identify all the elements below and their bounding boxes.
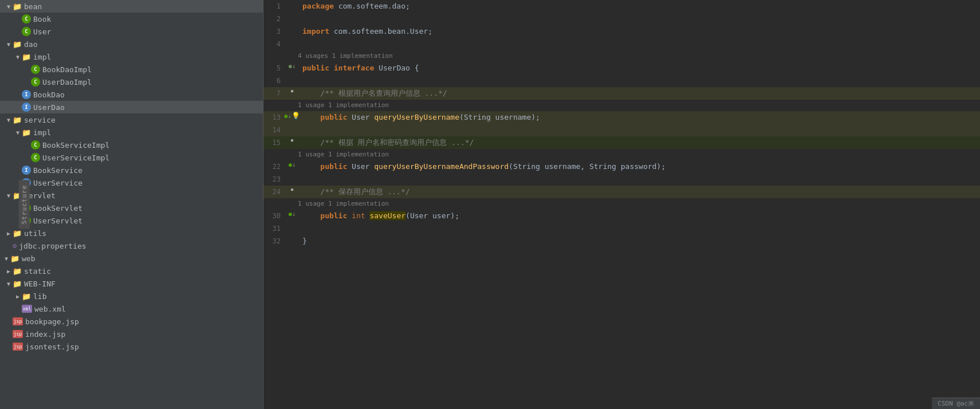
folder-icon: 📁	[13, 40, 22, 49]
xml-icon: xml	[22, 305, 32, 313]
tree-item-user[interactable]: ▼ C User	[0, 25, 263, 38]
line-number: 3	[263, 26, 286, 37]
statusbar-text: CSDN @ac米	[938, 400, 974, 407]
code-content-4	[298, 38, 980, 50]
tree-label: UserDaoImpl	[42, 78, 92, 86]
code-line-4: 4	[263, 38, 980, 50]
class-c-icon: C	[31, 153, 40, 162]
tree-item-jsontest-jsp[interactable]: ▼ jsp jsontest.jsp	[0, 340, 263, 353]
tree-item-userservlet[interactable]: ▼ C UserServlet	[0, 214, 263, 227]
tree-label: impl	[33, 53, 51, 61]
gutter-30: ● ↓	[286, 210, 298, 218]
arrow-down-icon: ↓	[292, 161, 296, 168]
tree-item-bean[interactable]: ▼ 📁 bean	[0, 0, 263, 13]
tree-item-webinf[interactable]: ▼ 📁 WEB-INF	[0, 277, 263, 290]
class-c-icon: C	[31, 140, 40, 150]
class-c-icon: C	[22, 27, 31, 36]
chevron-icon: ▼	[14, 53, 22, 61]
code-line-13: 13 ● ↓ 💡 public User queryUserByUsername…	[263, 111, 980, 124]
tree-label: bean	[24, 2, 42, 11]
tree-item-bookdaoimpl[interactable]: ▼ C BookDaoImpl	[0, 63, 263, 76]
chevron-icon: ▼	[5, 2, 13, 10]
code-content-5: public interface UserDao {	[298, 62, 980, 74]
chevron-icon: ▼	[14, 128, 22, 136]
jsp-icon: jsp	[13, 343, 23, 351]
line-number: 14	[263, 124, 286, 136]
tree-label: jsontest.jsp	[25, 343, 79, 351]
tree-item-utils[interactable]: ▶ 📁 utils	[0, 227, 263, 239]
tree-label: static	[24, 267, 51, 276]
line-number: 30	[263, 210, 286, 222]
chevron-icon: ▼	[5, 116, 13, 124]
arrow-down-icon: ↓	[292, 210, 296, 218]
code-line-7: 7 ▪ /** 根据用户名查询用户信息 ...*/	[263, 87, 980, 100]
tree-label: UserDao	[33, 103, 65, 112]
tree-item-impl-dao[interactable]: ▼ 📁 impl	[0, 50, 263, 63]
line-number: 13	[263, 112, 286, 123]
code-content-31	[298, 223, 980, 234]
tree-item-webxml[interactable]: ▼ xml web.xml	[0, 302, 263, 315]
tree-item-userserviceimpl[interactable]: ▼ C UserServiceImpl	[0, 151, 263, 164]
interface-i-icon: I	[22, 166, 31, 175]
tree-item-jdbc-properties[interactable]: ▼ ⚙ jdbc.properties	[0, 239, 263, 252]
code-line-2: 2	[263, 13, 980, 25]
usage-info: 1 usage 1 implementation	[298, 199, 389, 209]
code-content-13: public User queryUserByUsername(String u…	[298, 112, 980, 123]
tree-item-index-jsp[interactable]: ▼ jsp index.jsp	[0, 328, 263, 340]
statusbar: CSDN @ac米	[932, 398, 980, 409]
fold-icon[interactable]: ▪	[290, 137, 294, 143]
tree-item-lib[interactable]: ▶ 📁 lib	[0, 290, 263, 302]
tree-label: lib	[33, 292, 46, 301]
fold-icon[interactable]: ▪	[290, 88, 294, 94]
code-content-24: /** 保存用户信息 ...*/	[298, 186, 980, 198]
usages-line-3: 1 usage 1 implementation	[263, 149, 980, 160]
code-content-7: /** 根据用户名查询用户信息 ...*/	[298, 88, 980, 99]
tree-label: service	[24, 116, 56, 124]
tree-label: BookServlet	[33, 204, 82, 213]
fold-icon[interactable]: ▪	[290, 186, 294, 192]
tree-item-impl-service[interactable]: ▼ 📁 impl	[0, 126, 263, 139]
tree-label: dao	[24, 40, 37, 49]
tree-item-bookservice[interactable]: ▼ I BookService	[0, 164, 263, 176]
folder-icon: 📁	[22, 53, 31, 61]
tree-item-dao[interactable]: ▼ 📁 dao	[0, 38, 263, 50]
tree-item-userdaoimpl[interactable]: ▼ C UserDaoImpl	[0, 76, 263, 88]
code-line-5: 5 ● ↓ public interface UserDao {	[263, 62, 980, 74]
tree-item-servlet[interactable]: ▼ 📁 servlet	[0, 189, 263, 202]
gutter-7: ▪	[286, 88, 298, 94]
tree-item-service[interactable]: ▼ 📁 service	[0, 113, 263, 126]
tree-item-bookpage-jsp[interactable]: ▼ jsp bookpage.jsp	[0, 315, 263, 328]
tree-item-book[interactable]: ▼ C Book	[0, 13, 263, 25]
folder-icon: 📁	[22, 128, 31, 137]
tree-item-userdao[interactable]: ▼ I UserDao	[0, 101, 263, 113]
tree-item-static[interactable]: ▶ 📁 static	[0, 265, 263, 277]
tree-label: web.xml	[34, 305, 66, 313]
code-content-32: }	[298, 235, 980, 247]
tree-item-bookservlet[interactable]: ▼ C BookServlet	[0, 202, 263, 214]
line-number: 31	[263, 223, 286, 234]
chevron-icon: ▼	[5, 191, 13, 199]
tree-label: web	[22, 254, 35, 263]
tree-label: impl	[33, 128, 51, 137]
line-number: 7	[263, 88, 286, 99]
line-number: 2	[263, 13, 286, 25]
code-content-30: public int saveUser(User user);	[298, 210, 980, 222]
tree-item-web[interactable]: ▼ 📁 web	[0, 252, 263, 265]
arrow-down-icon: ↓	[292, 62, 296, 70]
code-line-23: 23	[263, 173, 980, 186]
folder-icon: 📁	[13, 229, 22, 238]
tree-item-bookdao[interactable]: ▼ I BookDao	[0, 88, 263, 101]
tree-label: User	[33, 27, 51, 36]
tree-item-bookserviceimpl[interactable]: ▼ C BookServiceImpl	[0, 139, 263, 151]
tree-label: jdbc.properties	[19, 242, 86, 250]
gutter-5: ● ↓	[286, 62, 298, 70]
tree-label: WEB-INF	[24, 280, 56, 288]
tree-item-userservice[interactable]: ▼ I UserService	[0, 176, 263, 189]
chevron-icon: ▶	[5, 267, 13, 275]
folder-icon: 📁	[10, 254, 19, 263]
interface-i-icon: I	[22, 90, 31, 99]
code-line-3: 3 import com.softeem.bean.User;	[263, 25, 980, 38]
line-number: 23	[263, 174, 286, 185]
chevron-icon: ▼	[5, 40, 13, 48]
folder-icon: 📁	[13, 267, 22, 276]
